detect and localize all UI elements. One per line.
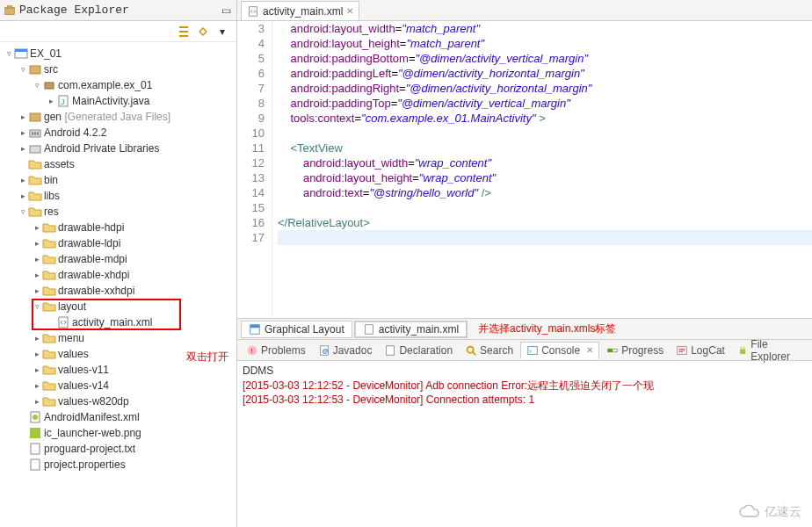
svg-rect-11 [34, 132, 36, 135]
assets-folder[interactable]: assets [0, 156, 236, 172]
svg-rect-23 [365, 324, 373, 334]
values-folder[interactable]: ▸values-v14 [0, 378, 236, 393]
layout-folder[interactable]: ▿layout [0, 299, 236, 314]
package-explorer-title: Package Explorer [19, 4, 219, 17]
view-menu-icon[interactable]: ▾ [215, 25, 229, 39]
progress-view-tab[interactable]: Progress [601, 343, 669, 358]
line-gutter: 34567891011121314151617 [237, 21, 272, 318]
editor-tab-label: activity_main.xml [263, 5, 343, 18]
java-file[interactable]: ▸JMainActivity.java [0, 93, 236, 109]
declaration-view-tab[interactable]: Declaration [379, 343, 458, 358]
svg-text:J: J [61, 97, 65, 106]
package-explorer-panel: Package Explorer ▭ ▾ ▿EX_01 ▿src ▿com.ex… [0, 0, 237, 527]
layout-icon [249, 323, 261, 336]
svg-rect-13 [30, 146, 40, 153]
watermark: 亿速云 [738, 504, 801, 520]
link-editor-icon[interactable] [196, 25, 210, 39]
search-icon [465, 344, 477, 357]
svg-rect-5 [45, 83, 54, 89]
cloud-icon [738, 505, 761, 519]
svg-rect-12 [37, 132, 39, 135]
drawable-folder[interactable]: ▸drawable-hdpi [0, 220, 236, 235]
console-line: [2015-03-03 12:12:52 - DeviceMonitor] Ad… [243, 379, 807, 393]
svg-rect-28 [387, 345, 395, 355]
svg-point-36 [743, 347, 745, 349]
package-explorer-toolbar: ▾ [0, 21, 236, 42]
project-node[interactable]: ▿EX_01 [0, 46, 236, 61]
xml-file-icon [363, 323, 375, 336]
launcher-image-file[interactable]: ic_launcher-web.png [0, 425, 236, 441]
javadoc-icon: @ [318, 344, 330, 357]
problems-view-tab[interactable]: !Problems [241, 343, 311, 358]
svg-rect-18 [31, 444, 40, 454]
drawable-folder[interactable]: ▸drawable-mdpi [0, 251, 236, 267]
xml-file-icon [247, 5, 259, 18]
package-node[interactable]: ▿com.example.ex_01 [0, 77, 236, 93]
svg-point-35 [741, 347, 743, 349]
code-editor[interactable]: 34567891011121314151617 android:layout_w… [237, 21, 812, 318]
annotation-select-tab: 并选择activity_main.xmls标签 [478, 321, 616, 336]
svg-rect-32 [608, 349, 613, 352]
svg-text:@: @ [322, 347, 328, 353]
svg-rect-34 [740, 349, 745, 353]
editor-tabbar: activity_main.xml ✕ [237, 0, 812, 21]
bin-folder[interactable]: ▸bin [0, 172, 236, 188]
menu-folder[interactable]: ▸menu [0, 330, 236, 346]
svg-rect-3 [15, 49, 27, 52]
search-view-tab[interactable]: Search [460, 343, 518, 358]
svg-rect-20 [250, 6, 257, 16]
editor-area: activity_main.xml ✕ 34567891011121314151… [237, 0, 812, 527]
close-tab-icon[interactable]: ✕ [346, 6, 353, 16]
svg-rect-4 [30, 66, 40, 74]
editor-tab-activity-main[interactable]: activity_main.xml ✕ [241, 1, 359, 20]
svg-rect-1 [7, 5, 11, 8]
android-lib[interactable]: ▸Android 4.2.2 [0, 125, 236, 141]
gen-folder[interactable]: ▸gen [Generated Java Files] [0, 109, 236, 125]
declaration-icon [384, 344, 396, 357]
editor-bottom-tabs: Graphical Layout activity_main.xml 并选择ac… [237, 318, 812, 339]
svg-point-16 [33, 415, 38, 420]
minimize-icon[interactable]: ▭ [219, 4, 233, 18]
progress-icon [606, 344, 619, 357]
console-icon [526, 344, 539, 357]
svg-point-29 [468, 346, 474, 352]
svg-rect-30 [528, 346, 538, 354]
drawable-folder[interactable]: ▸drawable-xxhdpi [0, 283, 236, 299]
svg-text:!: ! [250, 346, 252, 354]
manifest-file[interactable]: AndroidManifest.xml [0, 409, 236, 425]
project-props-file[interactable]: project.properties [0, 457, 236, 473]
console-panel[interactable]: DDMS [2015-03-03 12:12:52 - DeviceMonito… [237, 360, 812, 527]
svg-rect-17 [30, 428, 40, 438]
annotation-double-click: 双击打开 [186, 350, 228, 365]
svg-rect-14 [59, 317, 68, 328]
close-icon[interactable]: ✕ [586, 345, 593, 355]
logcat-icon [676, 344, 688, 357]
graphical-layout-tab[interactable]: Graphical Layout [241, 321, 352, 338]
proguard-file[interactable]: proguard-project.txt [0, 441, 236, 457]
libs-folder[interactable]: ▸libs [0, 188, 236, 204]
android-icon [737, 344, 748, 357]
problems-icon: ! [246, 344, 258, 357]
drawable-folder[interactable]: ▸drawable-ldpi [0, 235, 236, 251]
svg-rect-10 [32, 132, 33, 135]
svg-rect-8 [30, 113, 40, 121]
console-title: DDMS [243, 365, 807, 377]
values-folder[interactable]: ▸values-w820dp [0, 393, 236, 409]
src-folder[interactable]: ▿src [0, 61, 236, 77]
logcat-view-tab[interactable]: LogCat [671, 343, 730, 358]
svg-rect-22 [250, 324, 260, 328]
code-content[interactable]: android:layout_width="match_parent" andr… [272, 21, 812, 318]
res-folder[interactable]: ▿res [0, 204, 236, 220]
collapse-all-icon[interactable] [177, 25, 191, 39]
project-tree: ▿EX_01 ▿src ▿com.example.ex_01 ▸JMainAct… [0, 42, 236, 527]
javadoc-view-tab[interactable]: @Javadoc [313, 343, 378, 358]
package-explorer-header: Package Explorer ▭ [0, 0, 236, 21]
drawable-folder[interactable]: ▸drawable-xhdpi [0, 267, 236, 283]
private-libs[interactable]: ▸Android Private Libraries [0, 141, 236, 156]
console-view-tab[interactable]: Console✕ [520, 342, 599, 359]
console-line: [2015-03-03 12:12:53 - DeviceMonitor] Co… [243, 393, 807, 406]
views-tabbar: !Problems @Javadoc Declaration Search Co… [237, 339, 812, 360]
activity-main-xml-file[interactable]: activity_main.xml [0, 314, 236, 330]
activity-main-xml-tab[interactable]: activity_main.xml [354, 321, 468, 338]
svg-rect-19 [31, 459, 40, 470]
